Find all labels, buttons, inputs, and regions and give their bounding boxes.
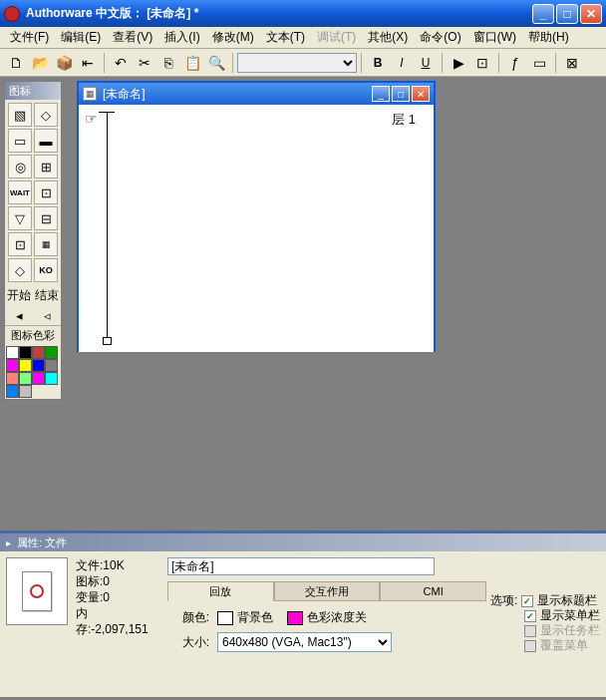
menu-window[interactable]: 窗口(W)	[467, 27, 522, 48]
color-swatch[interactable]	[6, 359, 19, 372]
color-swatch[interactable]	[45, 359, 58, 372]
menu-text[interactable]: 文本(T)	[260, 27, 311, 48]
color-swatch[interactable]	[6, 385, 19, 398]
wait-small-icon[interactable]: ▬	[34, 129, 58, 153]
color-swatch[interactable]	[19, 359, 32, 372]
color-swatch[interactable]	[19, 346, 32, 359]
import-button[interactable]: ⇤	[77, 52, 99, 74]
bg-color-label: 背景色	[237, 609, 273, 626]
separator	[232, 53, 233, 73]
color-swatch[interactable]	[19, 385, 32, 398]
minimize-button[interactable]: _	[532, 4, 554, 24]
map-icon[interactable]: ⊡	[8, 232, 32, 256]
variables-button[interactable]: ▭	[528, 52, 550, 74]
color-row-label: 颜色:	[167, 609, 217, 626]
decision-icon[interactable]: ⊡	[34, 180, 58, 204]
color-swatch[interactable]	[19, 372, 32, 385]
file-info: 文件:10K 图标:0 变量:0 内存:-2,097,151	[72, 557, 163, 690]
bg-color-swatch[interactable]	[217, 611, 233, 625]
end-flag-icon[interactable]: ◃	[44, 308, 51, 323]
motion-icon[interactable]: ◇	[34, 103, 58, 127]
functions-button[interactable]: ƒ	[504, 52, 526, 74]
maximize-button[interactable]: □	[556, 4, 578, 24]
save-button[interactable]: 📦	[53, 52, 75, 74]
color-swatch[interactable]	[6, 346, 19, 359]
doc-close-button[interactable]: ✕	[412, 86, 430, 102]
color-swatch[interactable]	[45, 346, 58, 359]
open-button[interactable]: 📂	[29, 52, 51, 74]
color-swatch[interactable]	[32, 372, 45, 385]
control-button[interactable]: ⊡	[471, 52, 493, 74]
sound-icon[interactable]: ◇	[8, 258, 32, 282]
display-icon[interactable]: ▧	[8, 103, 32, 127]
menu-insert[interactable]: 插入(I)	[158, 27, 205, 48]
opt-taskbar-checkbox	[524, 625, 536, 637]
menu-help[interactable]: 帮助(H)	[522, 27, 575, 48]
opt-overlay-label: 覆盖菜单	[540, 637, 588, 654]
document-window: ▦ [未命名] _ □ ✕ ☞ 层 1	[77, 81, 436, 352]
tab-cmi[interactable]: CMI	[380, 581, 486, 601]
framework-icon[interactable]: ⊞	[34, 155, 58, 178]
run-button[interactable]: ▶	[448, 52, 469, 74]
icon-panel-title: 图标	[5, 82, 61, 100]
color-swatch[interactable]	[6, 372, 19, 385]
start-flag-icon[interactable]: ◂	[16, 308, 23, 323]
bold-button[interactable]: B	[367, 52, 389, 74]
close-button[interactable]: ✕	[580, 4, 602, 24]
wait-icon[interactable]: WAIT	[8, 180, 32, 204]
size-row-label: 大小:	[167, 634, 217, 651]
chroma-swatch[interactable]	[287, 611, 303, 625]
document-body[interactable]: ☞ 层 1	[79, 105, 434, 352]
color-label: 图标色彩	[5, 325, 61, 345]
italic-button[interactable]: I	[391, 52, 413, 74]
color-swatch[interactable]	[32, 359, 45, 372]
nav-icon[interactable]: ◎	[8, 155, 32, 178]
opt-overlay-checkbox	[524, 640, 536, 652]
memory: 内存:-2,097,151	[76, 605, 159, 637]
properties-title: 属性: 文件	[0, 533, 606, 551]
app-icon	[4, 6, 20, 22]
size-select[interactable]: 640x480 (VGA, Mac13")	[217, 632, 392, 652]
menu-debug: 调试(T)	[311, 27, 362, 48]
color-swatch[interactable]	[32, 346, 45, 359]
cut-button[interactable]: ✂	[134, 52, 155, 74]
doc-icon: ▦	[83, 87, 97, 101]
ko-icon[interactable]: KO	[34, 258, 58, 282]
separator	[104, 53, 105, 73]
erase-icon[interactable]: ▭	[8, 129, 32, 153]
document-titlebar: ▦ [未命名] _ □ ✕	[79, 83, 434, 105]
menu-view[interactable]: 查看(V)	[107, 27, 158, 48]
menu-extras[interactable]: 其他(X)	[362, 27, 414, 48]
interaction-icon[interactable]: ▽	[8, 206, 32, 230]
menu-file[interactable]: 文件(F)	[4, 27, 55, 48]
menu-commands[interactable]: 命令(O)	[414, 27, 466, 48]
file-name-input[interactable]	[167, 557, 435, 575]
movie-icon[interactable]: ▦	[34, 232, 58, 256]
workspace: 图标 ▧◇ ▭▬ ◎⊞ WAIT⊡ ▽⊟ ⊡▦ ◇KO 开始结束 ◂ ◃ 图标色…	[0, 77, 606, 530]
separator	[498, 53, 499, 73]
new-button[interactable]: 🗋	[5, 52, 27, 74]
color-swatch[interactable]	[45, 372, 58, 385]
paste-button[interactable]: 📋	[181, 52, 203, 74]
flowline[interactable]	[107, 112, 108, 339]
calc-icon[interactable]: ⊟	[34, 206, 58, 230]
tab-interaction[interactable]: 交互作用	[274, 581, 381, 601]
ko-button[interactable]: ⊠	[561, 52, 583, 74]
underline-button[interactable]: U	[415, 52, 437, 74]
separator	[361, 53, 362, 73]
icon-grid: ▧◇ ▭▬ ◎⊞ WAIT⊡ ▽⊟ ⊡▦ ◇KO	[5, 100, 61, 285]
copy-button[interactable]: ⎘	[157, 52, 179, 74]
doc-minimize-button[interactable]: _	[372, 86, 390, 102]
doc-maximize-button[interactable]: □	[392, 86, 410, 102]
style-select[interactable]	[237, 53, 357, 73]
var-count: 变量:0	[76, 589, 159, 605]
opt-titlebar-checkbox[interactable]	[521, 595, 533, 607]
end-label: 结束	[35, 287, 59, 304]
menu-edit[interactable]: 编辑(E)	[55, 27, 107, 48]
tab-playback[interactable]: 回放	[167, 581, 274, 601]
opt-menubar-checkbox[interactable]	[524, 610, 536, 622]
find-button[interactable]: 🔍	[205, 52, 227, 74]
undo-button[interactable]: ↶	[110, 52, 132, 74]
menu-modify[interactable]: 修改(M)	[206, 27, 260, 48]
window-title: Authorware 中文版： [未命名] *	[26, 5, 530, 22]
